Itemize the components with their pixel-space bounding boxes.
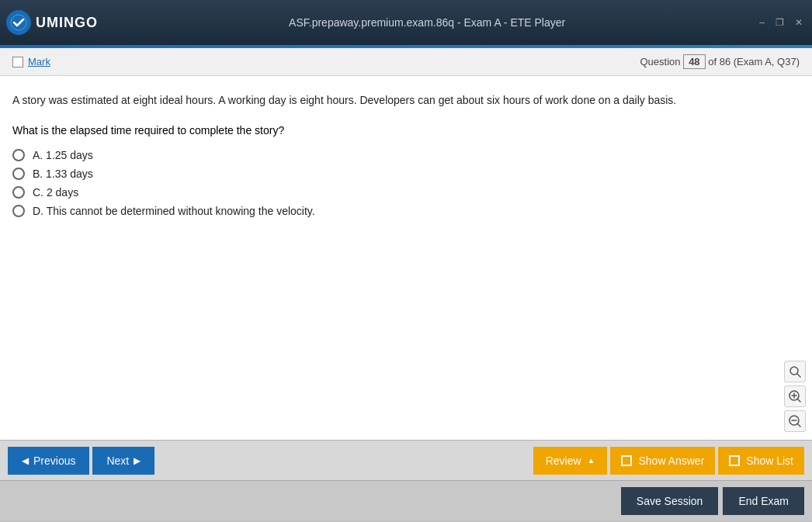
- option-b[interactable]: B. 1.33 days: [12, 168, 800, 180]
- question-text-2: What is the elapsed time required to com…: [12, 124, 800, 137]
- option-b-label: B. 1.33 days: [33, 168, 93, 180]
- zoom-out-icon[interactable]: [784, 410, 806, 432]
- mark-checkbox[interactable]: [12, 57, 23, 67]
- svg-line-8: [797, 423, 800, 427]
- show-list-checkbox-icon: [729, 455, 740, 466]
- question-header: Mark Question 48 of 86 (Exam A, Q37): [0, 48, 812, 76]
- option-c[interactable]: C. 2 days: [12, 186, 800, 199]
- show-answer-button[interactable]: Show Answer: [610, 447, 715, 475]
- review-button[interactable]: Review ▲: [533, 447, 608, 475]
- show-list-label: Show List: [746, 455, 793, 467]
- logo: UMINGO: [6, 10, 98, 35]
- mark-area: Mark: [12, 56, 50, 67]
- question-number-box: 48: [683, 54, 705, 69]
- question-text-1: A story was estimated at eight ideal hou…: [12, 92, 800, 109]
- review-arrow-icon: ▲: [588, 456, 595, 465]
- radio-d[interactable]: [12, 205, 25, 217]
- question-number-display: Question 48 of 86 (Exam A, Q37): [640, 54, 800, 69]
- next-arrow-icon: ▶: [134, 455, 141, 466]
- previous-button[interactable]: ◀ Previous: [8, 447, 89, 475]
- svg-line-4: [797, 399, 800, 402]
- next-button[interactable]: Next ▶: [92, 447, 154, 475]
- previous-label: Previous: [33, 455, 75, 467]
- show-list-button[interactable]: Show List: [718, 447, 804, 475]
- show-answer-label: Show Answer: [638, 455, 704, 467]
- window-controls: – ❐ ✕: [756, 16, 806, 29]
- title-bar-left: UMINGO: [6, 10, 98, 35]
- previous-arrow-icon: ◀: [22, 455, 29, 466]
- show-answer-checkbox-icon: [621, 455, 632, 466]
- search-icon[interactable]: [784, 361, 806, 382]
- question-total: of 86 (Exam A, Q37): [708, 56, 800, 67]
- main-content: A story was estimated at eight ideal hou…: [0, 76, 812, 440]
- save-session-button[interactable]: Save Session: [621, 487, 719, 515]
- question-label: Question: [640, 56, 680, 67]
- option-a[interactable]: A. 1.25 days: [12, 149, 800, 161]
- option-a-label: A. 1.25 days: [33, 149, 93, 161]
- action-bar: Save Session End Exam: [0, 480, 812, 520]
- options-list: A. 1.25 days B. 1.33 days C. 2 days D. T…: [12, 149, 800, 217]
- review-label: Review: [546, 455, 581, 467]
- next-label: Next: [106, 455, 129, 467]
- minimize-button[interactable]: –: [756, 16, 768, 29]
- option-d[interactable]: D. This cannot be determined without kno…: [12, 205, 800, 217]
- logo-text: UMINGO: [36, 15, 98, 31]
- option-d-label: D. This cannot be determined without kno…: [33, 205, 315, 217]
- side-tools: [784, 361, 806, 432]
- nav-bar: ◀ Previous Next ▶ Review ▲ Show Answer S…: [0, 440, 812, 480]
- title-bar: UMINGO ASF.prepaway.premium.exam.86q - E…: [0, 0, 812, 45]
- end-exam-button[interactable]: End Exam: [723, 487, 804, 515]
- logo-icon: [6, 10, 31, 35]
- restore-button[interactable]: ❐: [772, 16, 787, 29]
- radio-a[interactable]: [12, 149, 25, 161]
- svg-line-2: [797, 374, 800, 377]
- zoom-in-icon[interactable]: [784, 385, 806, 407]
- radio-b[interactable]: [12, 168, 25, 180]
- window-title: ASF.prepaway.premium.exam.86q - Exam A -…: [98, 16, 756, 29]
- close-button[interactable]: ✕: [792, 16, 806, 29]
- radio-c[interactable]: [12, 186, 25, 199]
- option-c-label: C. 2 days: [33, 186, 78, 199]
- mark-label[interactable]: Mark: [28, 56, 50, 67]
